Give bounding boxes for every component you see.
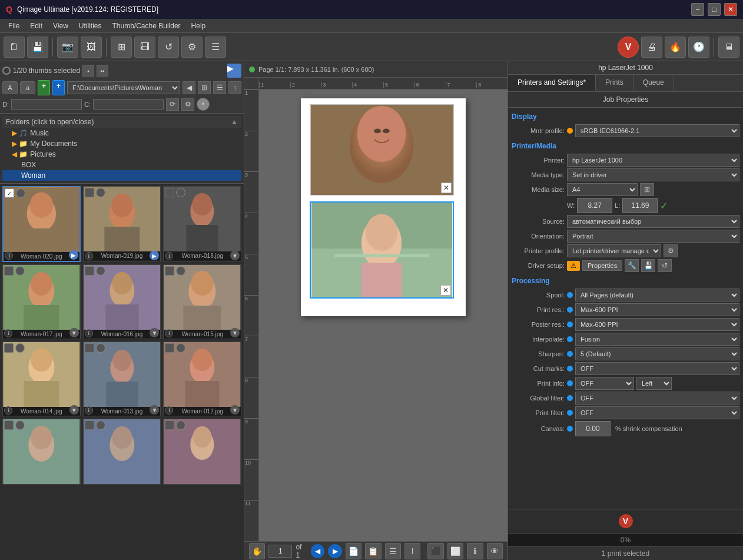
tab-prints[interactable]: Prints	[596, 75, 633, 91]
source-select[interactable]: автоматический выбор	[567, 215, 739, 228]
toolbar-save[interactable]: 💾	[27, 37, 48, 58]
info-icon-019[interactable]: ℹ	[85, 252, 93, 260]
nav-arrow[interactable]: ▶	[227, 64, 241, 78]
amazon-btn[interactable]: a	[20, 81, 35, 94]
photo1-close-btn[interactable]: ✕	[441, 183, 452, 193]
list-btn[interactable]: ☰	[385, 543, 401, 559]
thumb-item-r1[interactable]	[2, 419, 81, 485]
thumb-item-r3[interactable]	[163, 419, 241, 485]
thumb-r3-check[interactable]	[165, 420, 174, 430]
menu-utilities[interactable]: Utilities	[74, 21, 107, 31]
w-input[interactable]	[577, 198, 612, 213]
add-btn1[interactable]: +	[38, 80, 50, 95]
thumb-012-arrow[interactable]: ▼	[230, 405, 240, 415]
view-small[interactable]: ▪	[82, 65, 94, 77]
page-input[interactable]	[268, 545, 292, 558]
print-res-select[interactable]: Max-600 PPI	[575, 303, 739, 316]
thumb-item-018[interactable]: ℹ ▼ Woman-018.jpg	[163, 186, 241, 262]
cursor-btn[interactable]: I	[404, 543, 420, 559]
thumb-013-check[interactable]	[85, 343, 94, 353]
preview-photo-2[interactable]: ✕	[310, 201, 454, 299]
toolbar-fire[interactable]: 🔥	[665, 37, 686, 58]
path-split[interactable]: ⊞	[198, 81, 211, 94]
nav-next[interactable]: ▶	[328, 544, 341, 558]
copy-btn[interactable]: ⬜	[447, 543, 463, 559]
media-size-select[interactable]: A4	[567, 183, 638, 196]
thumb-020-check[interactable]: ✓	[5, 188, 14, 198]
thumb-item-020[interactable]: ✓ ℹ ▶ Woman-020.jpg	[2, 186, 81, 262]
drive-c-input[interactable]	[93, 99, 164, 110]
path-up[interactable]: ↑	[228, 81, 241, 94]
page-btn[interactable]: 📄	[346, 543, 361, 559]
nav-prev[interactable]: ◀	[311, 544, 324, 558]
drive-refresh[interactable]: ⟳	[166, 98, 179, 111]
toolbar-images[interactable]: 🖼	[81, 37, 102, 58]
thumb-radio[interactable]	[2, 67, 11, 75]
thumb-item-017[interactable]: ℹ ▼ Woman-017.jpg	[2, 264, 81, 339]
folders-scroll-btn[interactable]: ▲	[231, 118, 238, 126]
thumb-014-arrow[interactable]: ▼	[69, 405, 79, 415]
thumb-item-r2[interactable]	[83, 419, 161, 485]
info-icon-012[interactable]: ℹ	[165, 406, 173, 415]
thumb-012-check[interactable]	[165, 343, 174, 353]
thumb-016-check[interactable]	[85, 266, 94, 276]
menu-help[interactable]: Help	[187, 21, 211, 31]
menu-file[interactable]: File	[4, 21, 24, 31]
thumb-018-check[interactable]	[165, 188, 174, 197]
toolbar-print[interactable]: 🖨	[641, 37, 662, 58]
photo2-close-btn[interactable]: ✕	[440, 285, 451, 296]
add-btn2[interactable]: +	[52, 80, 65, 95]
preview-photo-1[interactable]: ✕	[310, 104, 454, 195]
path-back[interactable]: ◀	[183, 81, 195, 94]
driver-icon1[interactable]: 🔧	[625, 259, 639, 272]
thumb-015-check[interactable]	[165, 266, 174, 276]
printer-select[interactable]: hp LaserJet 1000	[567, 154, 739, 167]
orientation-select[interactable]: Portrait	[567, 230, 739, 243]
menu-view[interactable]: View	[48, 21, 73, 31]
toolbar-new[interactable]: 🗒	[4, 37, 25, 58]
maximize-button[interactable]: □	[708, 3, 721, 16]
menu-thumb-cache[interactable]: Thumb/Cache Builder	[108, 21, 185, 31]
thumb-017-arrow[interactable]: ▼	[69, 328, 79, 337]
thumb-019-check[interactable]	[85, 188, 94, 197]
print-info-select[interactable]: OFF	[575, 377, 634, 390]
info-icon-014[interactable]: ℹ	[4, 406, 12, 415]
thumb-018-arrow[interactable]: ▼	[230, 251, 240, 260]
info-icon-013[interactable]: ℹ	[85, 406, 93, 415]
toolbar-monitor[interactable]: 🖥	[718, 37, 739, 58]
preview-canvas[interactable]: ✕ ✕	[259, 90, 508, 541]
toolbar-v-logo[interactable]: V	[618, 37, 639, 58]
canvas-input[interactable]	[575, 421, 611, 436]
thumb-item-015[interactable]: ℹ ▼ Woman-015.jpg	[163, 264, 241, 339]
toolbar-settings[interactable]: ⚙	[181, 37, 203, 58]
properties-button[interactable]: Properties	[582, 260, 622, 271]
media-type-select[interactable]: Set in driver	[567, 168, 739, 181]
toolbar-rotate[interactable]: ↺	[158, 37, 179, 58]
hand-tool[interactable]: ✋	[249, 543, 265, 559]
thumb-item-019[interactable]: ℹ ▶ Woman-019.jpg	[83, 186, 161, 262]
folder-pictures[interactable]: ◀ 📁 Pictures	[2, 149, 241, 160]
info-icon-020[interactable]: ℹ	[5, 251, 13, 260]
thumb-017-check[interactable]	[4, 266, 14, 276]
toolbar-film[interactable]: 🎞	[134, 37, 155, 58]
poster-res-select[interactable]: Max-600 PPI	[575, 318, 739, 331]
font-btn[interactable]: A	[2, 81, 18, 94]
info-icon-017[interactable]: ℹ	[4, 329, 12, 337]
print-info-pos-select[interactable]: Left	[636, 377, 672, 390]
info-icon-018[interactable]: ℹ	[165, 252, 173, 260]
minimize-button[interactable]: −	[691, 3, 704, 16]
wl-checkmark[interactable]: ✓	[660, 200, 668, 211]
thumb-020-arrow[interactable]: ▶	[69, 250, 78, 260]
thumb-item-013[interactable]: ℹ ▼ Woman-013.jpg	[83, 342, 161, 416]
drive-circle[interactable]: •	[197, 98, 210, 111]
driver-icon2[interactable]: 💾	[641, 259, 655, 272]
menu-edit[interactable]: Edit	[25, 21, 47, 31]
drive-settings[interactable]: ⚙	[181, 98, 194, 111]
path-list[interactable]: ☰	[213, 81, 226, 94]
folder-box[interactable]: BOX	[2, 160, 241, 170]
warning-button[interactable]: ⚠	[567, 261, 580, 271]
cut-marks-select[interactable]: OFF	[575, 362, 739, 375]
drive-d-input[interactable]	[11, 99, 82, 110]
info-icon-016[interactable]: ℹ	[85, 329, 93, 337]
info-icon-015[interactable]: ℹ	[165, 329, 173, 337]
